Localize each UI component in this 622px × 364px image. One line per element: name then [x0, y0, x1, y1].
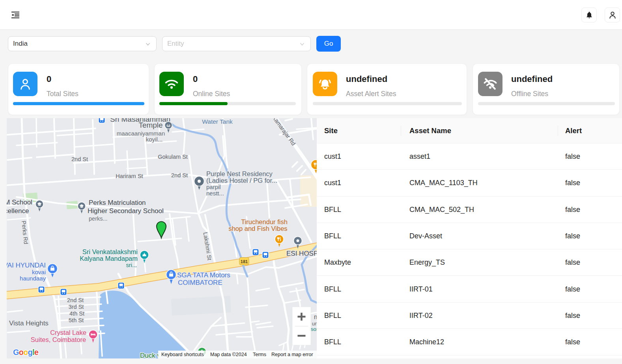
svg-text:Sri Venkatalakshmi: Sri Venkatalakshmi [82, 248, 138, 255]
svg-text:Terms: Terms [253, 352, 266, 357]
svg-text:ω: ω [166, 123, 170, 128]
svg-text:perks...: perks... [89, 215, 108, 222]
svg-text:M School: M School [7, 199, 32, 206]
svg-text:2nd St: 2nd St [171, 172, 188, 178]
svg-text:3rd St: 3rd St [69, 304, 84, 310]
svg-text:m: m [314, 314, 317, 320]
svg-text:COIMBATORE: COIMBATORE [178, 279, 222, 286]
svg-text:kovai: kovai [32, 269, 46, 275]
svg-text:(Ladies Hostel / PG for...: (Ladies Hostel / PG for... [206, 177, 277, 184]
svg-text:Suites, Coimbatore: Suites, Coimbatore [31, 336, 86, 343]
svg-text:shop and Fish Vibes: shop and Fish Vibes [228, 225, 287, 232]
svg-text:Perks Matriculation: Perks Matriculation [89, 199, 146, 206]
svg-text:cellence: cellence [7, 207, 29, 215]
svg-text:haundaay: haundaay [20, 275, 46, 282]
svg-text:5th St: 5th St [69, 317, 84, 323]
svg-text:SGA TATA Motors: SGA TATA Motors [177, 271, 230, 279]
svg-text:Temple: Temple [138, 121, 163, 129]
svg-text:2nd St: 2nd St [67, 297, 84, 303]
svg-text:Crystal Lake: Crystal Lake [50, 329, 86, 336]
svg-text:um: um [312, 321, 317, 327]
svg-text:2nd St: 2nd St [71, 156, 88, 162]
svg-text:koyil...: koyil... [146, 136, 163, 143]
svg-text:Hariram St: Hariram St [116, 173, 143, 179]
svg-text:Gokulam St: Gokulam St [158, 154, 188, 160]
svg-text:Vista Heights: Vista Heights [9, 319, 49, 327]
svg-text:181: 181 [241, 259, 248, 264]
svg-text:Kalyana Mandapam: Kalyana Mandapam [80, 255, 138, 262]
svg-text:nestt...: nestt... [206, 190, 224, 197]
svg-text:Duck v: Duck v [140, 352, 161, 358]
svg-text:sri...: sri... [126, 262, 137, 268]
svg-text:VAI HYUNDAI: VAI HYUNDAI [7, 262, 46, 269]
svg-text:Tiruchendur fish: Tiruchendur fish [241, 218, 288, 225]
svg-text:4th St: 4th St [69, 310, 84, 317]
svg-text:Map data ©2024: Map data ©2024 [210, 352, 247, 357]
svg-text:ESI HOSPI: ESI HOSPI [286, 250, 317, 257]
svg-text:Higher Secondary School: Higher Secondary School [88, 207, 164, 215]
svg-text:Keyboard shortcuts: Keyboard shortcuts [161, 352, 204, 357]
svg-text:Purple Nest Residency: Purple Nest Residency [206, 170, 273, 177]
svg-text:Water Tank: Water Tank [202, 118, 233, 125]
svg-text:Google: Google [13, 348, 39, 357]
svg-text:Report a map error: Report a map error [271, 352, 313, 357]
svg-text:parpil: parpil [206, 184, 221, 190]
svg-text:sor: sor [311, 326, 317, 332]
